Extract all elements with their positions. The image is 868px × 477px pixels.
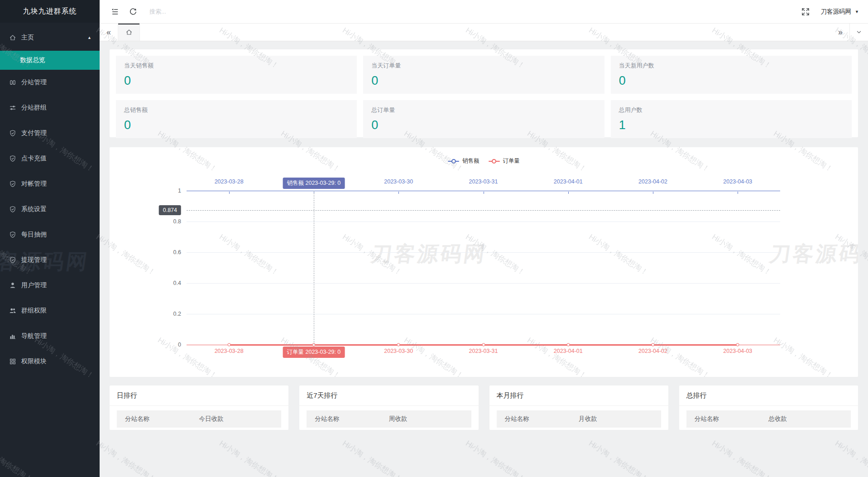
tooltip-sales[interactable]: 销售额 2023-03-29: 0 — [283, 178, 345, 189]
stats-panel: 当天销售额0当天订单量0当天新用户数0总销售额0总订单量0总用户数1 — [110, 49, 858, 137]
sidebar-item-navigation-management[interactable]: 导航管理 — [0, 323, 100, 349]
grid-line — [187, 314, 780, 314]
rank-table-header: 分站名称周收款 — [307, 410, 471, 428]
x-axis-label-top: 2023-03-31 — [469, 178, 498, 185]
x-axis-label-bottom: 2023-04-02 — [638, 348, 667, 354]
x-axis-tick — [738, 192, 738, 194]
stat-label: 当天销售额 — [124, 62, 349, 70]
rank-table-month: 本月排行分站名称月收款 — [489, 385, 668, 430]
sidebar-item-user-management[interactable]: 用户管理 — [0, 273, 100, 298]
legend-symbol — [489, 159, 500, 164]
sidebar-item-label: 对帐管理 — [21, 180, 47, 188]
rank-table-week: 近7天排行分站名称周收款 — [299, 385, 478, 430]
rank-column-header: 分站名称 — [307, 415, 380, 423]
stat-label: 总销售额 — [124, 106, 349, 114]
sidebar-item-permission-modules[interactable]: 权限模块 — [0, 349, 100, 374]
chart-plot-area[interactable]: 00.20.40.60.812023-03-282023-03-282023-0… — [187, 191, 780, 345]
y-axis-label: 0.4 — [173, 280, 181, 286]
sidebar-item-label: 分站管理 — [21, 78, 47, 87]
user-menu[interactable]: 刀客源码网 ▼ — [821, 8, 859, 16]
stat-value: 0 — [124, 74, 349, 88]
x-axis-label-top: 2023-04-01 — [554, 178, 583, 185]
rank-table-header: 分站名称今日收款 — [117, 410, 281, 428]
sidebar-item-substation-management[interactable]: 分站管理 — [0, 70, 100, 95]
sidebar-item-substation-groups[interactable]: 分站群组 — [0, 95, 100, 120]
stat-card-today-new-users: 当天新用户数0 — [611, 56, 852, 94]
stat-value: 0 — [124, 118, 349, 132]
user-icon — [9, 282, 16, 289]
tabs-scroll-right-icon[interactable]: » — [831, 24, 849, 41]
x-axis-tick — [568, 192, 569, 194]
x-axis-label-top: 2023-04-03 — [723, 178, 752, 185]
y-axis-label: 1 — [178, 188, 181, 194]
legend-item-订单量[interactable]: 订单量 — [489, 157, 520, 165]
sidebar-item-withdrawal-management[interactable]: 提现管理 — [0, 247, 100, 273]
tabs-scroll-left-icon[interactable]: « — [100, 24, 118, 41]
refresh-icon[interactable] — [124, 3, 142, 21]
x-axis-label-bottom: 2023-03-31 — [469, 348, 498, 354]
chevron-up-icon: ▲ — [87, 35, 91, 40]
x-axis-label-top: 2023-03-30 — [384, 178, 413, 185]
legend-circle — [492, 159, 496, 164]
stat-label: 总订单量 — [371, 106, 596, 114]
sidebar-item-label: 导航管理 — [21, 332, 47, 340]
x-axis-tick — [484, 192, 484, 194]
stat-card-total-sales: 总销售额0 — [116, 100, 357, 138]
axis-pointer-vertical — [314, 191, 314, 345]
sidebar-item-payment-management[interactable]: 支付管理 — [0, 120, 100, 146]
x-axis-label-bottom: 2023-04-03 — [723, 348, 752, 354]
sidebar-item-data-overview[interactable]: 数据总览 — [0, 51, 100, 70]
stat-card-today-orders: 当天订单量0 — [363, 56, 604, 94]
series-marker — [652, 343, 655, 347]
caret-down-icon: ▼ — [855, 10, 859, 14]
stat-card-total-orders: 总订单量0 — [363, 100, 604, 138]
search-input[interactable] — [149, 8, 254, 15]
sidebar-item-group-permissions[interactable]: 群组权限 — [0, 298, 100, 323]
user-name: 刀客源码网 — [821, 8, 852, 16]
rank-column-header: 分站名称 — [686, 415, 760, 423]
legend-circle — [451, 159, 456, 164]
sidebar-item-home[interactable]: 主页▲ — [0, 24, 100, 51]
sidebar-item-reconciliation-management[interactable]: 对帐管理 — [0, 171, 100, 197]
shield-check-icon — [9, 155, 16, 162]
sidebar: 刀客源码网 九块九进群系统 主页▲数据总览分站管理分站群组支付管理点卡充值对帐管… — [0, 0, 100, 477]
rank-table-title: 总排行 — [679, 385, 858, 406]
x-axis-label-top: 2023-03-28 — [215, 178, 244, 185]
tabbar-spacer — [140, 24, 831, 41]
x-axis-top — [187, 191, 780, 191]
app-title: 九块九进群系统 — [0, 0, 100, 23]
topbar: 刀客源码网 ▼ — [100, 0, 868, 24]
tab-home[interactable] — [118, 24, 140, 41]
legend-item-销售额[interactable]: 销售额 — [448, 157, 480, 165]
x-axis-label-bottom: 2023-03-28 — [215, 348, 244, 354]
sidebar-item-label: 提现管理 — [21, 256, 47, 264]
stat-value: 1 — [619, 118, 844, 132]
rank-table-header: 分站名称月收款 — [497, 410, 661, 428]
x-axis-label-top: 2023-04-02 — [638, 178, 667, 185]
sidebar-item-system-settings[interactable]: 系统设置 — [0, 197, 100, 222]
series-marker — [227, 343, 230, 347]
big-watermark-chart-2: 刀客源码网 — [768, 240, 858, 268]
sidebar-item-label: 群组权限 — [21, 307, 47, 315]
app-root: 刀客源码网 九块九进群系统 主页▲数据总览分站管理分站群组支付管理点卡充值对帐管… — [0, 0, 868, 477]
y-axis-label: 0 — [178, 342, 181, 348]
x-axis-tick — [398, 192, 399, 194]
fullscreen-icon[interactable] — [796, 3, 815, 21]
main-area: 刀客源码网 ▼ « » 当天销售额0当天订单量0当天新用户数0总销售额0总订单量… — [100, 0, 868, 477]
rank-column-header: 周收款 — [381, 415, 471, 423]
bars-icon — [9, 79, 16, 86]
rank-table-header: 分站名称总收款 — [686, 410, 851, 428]
rank-table-daily: 日排行分站名称今日收款 — [110, 385, 288, 430]
modules-icon — [9, 358, 16, 365]
sidebar-item-daily-commission[interactable]: 每日抽佣 — [0, 222, 100, 247]
shield-check-icon — [9, 206, 16, 213]
stat-label: 当天新用户数 — [619, 62, 844, 70]
rank-table-title: 近7天排行 — [299, 385, 478, 406]
sidebar-item-card-recharge[interactable]: 点卡充值 — [0, 146, 100, 171]
tooltip-y-value: 0.874 — [159, 205, 181, 215]
tabs-menu-icon[interactable] — [849, 24, 868, 41]
stat-card-today-sales: 当天销售额0 — [116, 56, 357, 94]
rank-tables: 日排行分站名称今日收款近7天排行分站名称周收款本月排行分站名称月收款总排行分站名… — [110, 385, 858, 430]
collapse-menu-icon[interactable] — [106, 3, 124, 21]
legend-label: 订单量 — [503, 157, 520, 165]
